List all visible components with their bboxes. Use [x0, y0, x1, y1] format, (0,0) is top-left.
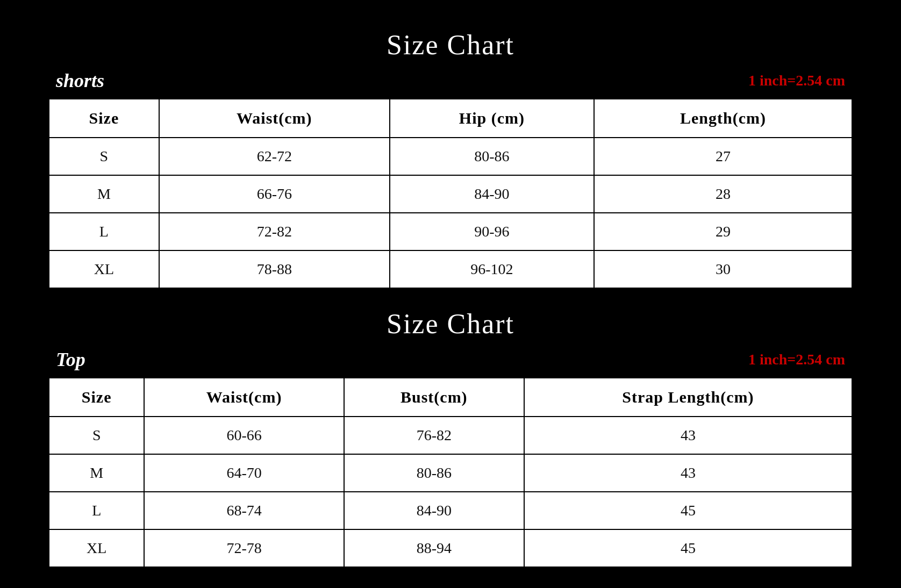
top-section: Size Chart Top 1 inch=2.54 cm Size Waist…: [47, 298, 854, 569]
table-cell: XL: [49, 250, 159, 288]
table-cell: 90-96: [390, 213, 594, 250]
top-category: Top: [56, 348, 85, 371]
top-title-bar: Size Chart: [47, 298, 854, 344]
table-cell: L: [49, 213, 159, 250]
table-cell: M: [49, 454, 144, 492]
table-row: M64-7080-8643: [49, 454, 852, 492]
table-cell: 84-90: [344, 492, 524, 529]
top-header-waist: Waist(cm): [144, 378, 344, 417]
table-row: XL78-8896-10230: [49, 250, 852, 288]
table-cell: 45: [524, 492, 852, 529]
shorts-header-waist: Waist(cm): [159, 99, 390, 138]
shorts-header-hip: Hip (cm): [390, 99, 594, 138]
table-cell: 28: [594, 175, 852, 213]
top-title: Size Chart: [387, 309, 514, 339]
shorts-subtitle-row: shorts 1 inch=2.54 cm: [47, 65, 854, 97]
table-cell: S: [49, 138, 159, 175]
table-cell: 76-82: [344, 417, 524, 454]
table-cell: 68-74: [144, 492, 344, 529]
top-header-bust: Bust(cm): [344, 378, 524, 417]
shorts-table: Size Waist(cm) Hip (cm) Length(cm) S62-7…: [48, 98, 853, 289]
shorts-table-wrapper: Size Waist(cm) Hip (cm) Length(cm) S62-7…: [47, 97, 854, 290]
shorts-unit: 1 inch=2.54 cm: [748, 72, 845, 89]
shorts-category: shorts: [56, 69, 104, 92]
table-cell: 29: [594, 213, 852, 250]
table-row: L68-7484-9045: [49, 492, 852, 529]
top-header-size: Size: [49, 378, 144, 417]
table-cell: 60-66: [144, 417, 344, 454]
table-row: L72-8290-9629: [49, 213, 852, 250]
table-cell: 96-102: [390, 250, 594, 288]
table-cell: 88-94: [344, 529, 524, 567]
table-cell: 78-88: [159, 250, 390, 288]
top-subtitle-row: Top 1 inch=2.54 cm: [47, 344, 854, 376]
table-cell: 45: [524, 529, 852, 567]
page-wrapper: Size Chart shorts 1 inch=2.54 cm Size Wa…: [0, 0, 901, 588]
top-header-strap: Strap Length(cm): [524, 378, 852, 417]
table-cell: 43: [524, 417, 852, 454]
table-cell: 43: [524, 454, 852, 492]
table-cell: 64-70: [144, 454, 344, 492]
table-row: XL72-7888-9445: [49, 529, 852, 567]
table-cell: M: [49, 175, 159, 213]
table-cell: 84-90: [390, 175, 594, 213]
table-cell: 27: [594, 138, 852, 175]
table-row: S62-7280-8627: [49, 138, 852, 175]
table-cell: 66-76: [159, 175, 390, 213]
table-cell: 72-78: [144, 529, 344, 567]
table-cell: 72-82: [159, 213, 390, 250]
top-unit: 1 inch=2.54 cm: [748, 351, 845, 368]
table-cell: 80-86: [390, 138, 594, 175]
top-header-row: Size Waist(cm) Bust(cm) Strap Length(cm): [49, 378, 852, 417]
shorts-section: Size Chart shorts 1 inch=2.54 cm Size Wa…: [47, 19, 854, 290]
table-cell: S: [49, 417, 144, 454]
shorts-title-bar: Size Chart: [47, 19, 854, 65]
table-row: M66-7684-9028: [49, 175, 852, 213]
table-cell: 30: [594, 250, 852, 288]
table-cell: 62-72: [159, 138, 390, 175]
shorts-title: Size Chart: [387, 30, 514, 60]
shorts-header-length: Length(cm): [594, 99, 852, 138]
shorts-header-size: Size: [49, 99, 159, 138]
table-cell: XL: [49, 529, 144, 567]
top-table: Size Waist(cm) Bust(cm) Strap Length(cm)…: [48, 377, 853, 568]
shorts-header-row: Size Waist(cm) Hip (cm) Length(cm): [49, 99, 852, 138]
table-cell: 80-86: [344, 454, 524, 492]
table-row: S60-6676-8243: [49, 417, 852, 454]
table-cell: L: [49, 492, 144, 529]
top-table-wrapper: Size Waist(cm) Bust(cm) Strap Length(cm)…: [47, 376, 854, 569]
